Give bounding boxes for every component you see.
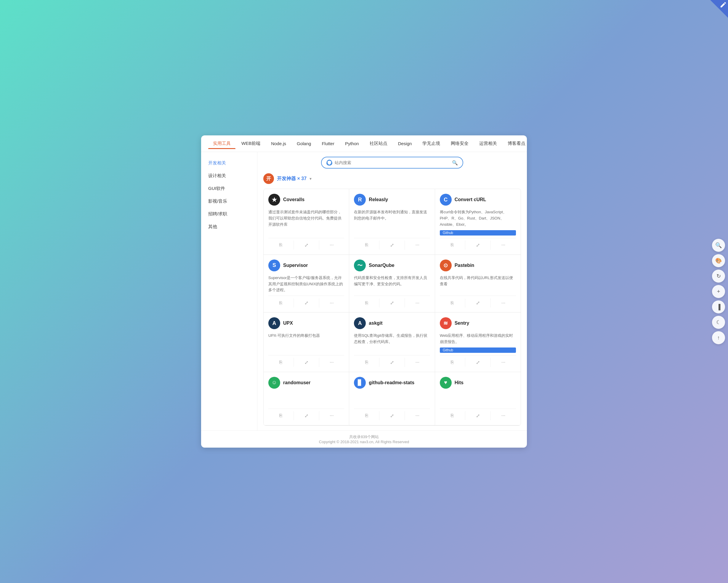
card-name-4[interactable]: SonarQube — [369, 263, 394, 268]
more-btn-5[interactable]: ··· — [491, 299, 516, 307]
scroll-top-btn[interactable]: ↑ — [712, 331, 725, 344]
more-btn-7[interactable]: ··· — [405, 358, 430, 367]
copy-btn-4[interactable]: ⎘ — [354, 299, 380, 307]
card-header-8: ≋Sentry — [440, 317, 516, 329]
copy-btn-1[interactable]: ⎘ — [354, 240, 380, 249]
sidebar-item-其他[interactable]: 其他 — [201, 221, 257, 233]
card-desc-5: 在线共享代码，将代码以URL形式发送以便查看 — [440, 275, 516, 287]
theme-btn[interactable]: 🎨 — [712, 254, 725, 267]
card-header-2: CConvert cURL — [440, 194, 516, 206]
nav-item-WEB前端[interactable]: WEB前端 — [237, 138, 265, 149]
card-desc-6: UPX-可执行文件的终极打包器 — [268, 333, 344, 343]
card-logo-9: ☺ — [268, 377, 280, 389]
copy-btn-6[interactable]: ⎘ — [268, 358, 294, 367]
copy-btn-5[interactable]: ⎘ — [440, 299, 465, 307]
refresh-btn[interactable]: ↻ — [712, 270, 725, 283]
copy-btn-10[interactable]: ⎘ — [354, 411, 380, 420]
card-logo-0: ★ — [268, 194, 280, 206]
card-logo-3: S — [268, 259, 280, 271]
card-name-5[interactable]: Pastebin — [454, 263, 474, 268]
more-btn-10[interactable]: ··· — [405, 411, 430, 420]
copy-btn-2[interactable]: ⎘ — [440, 240, 465, 249]
card-11: ♥Hits⎘⤢··· — [435, 372, 521, 425]
nav-item-运营相关[interactable]: 运营相关 — [474, 138, 502, 149]
share-btn-3[interactable]: ⤢ — [294, 298, 319, 307]
card-name-10[interactable]: github-readme-stats — [369, 380, 414, 385]
share-btn-6[interactable]: ⤢ — [294, 358, 319, 367]
share-btn-4[interactable]: ⤢ — [380, 298, 405, 307]
search-btn[interactable]: 🔍 — [712, 239, 725, 252]
card-logo-7: A — [354, 317, 366, 329]
card-header-7: Aaskgit — [354, 317, 430, 329]
more-btn-2[interactable]: ··· — [491, 240, 516, 249]
card-name-11[interactable]: Hits — [454, 380, 464, 385]
sidebar-item-开发相关[interactable]: 开发相关 — [201, 157, 257, 170]
more-btn-1[interactable]: ··· — [405, 240, 430, 249]
nav-item-社区站点[interactable]: 社区站点 — [365, 138, 392, 149]
card-logo-5: ⊙ — [440, 259, 452, 271]
stats-btn[interactable]: ▐ — [712, 300, 725, 313]
card-header-11: ♥Hits — [440, 377, 516, 389]
card-desc-1: 在新的开源版本发布时收到通知，直接发送到您的电子邮件中。 — [354, 209, 430, 222]
chevron-down-icon[interactable]: ▾ — [310, 176, 312, 181]
cards-grid: ★Coveralls通过显示测试套件未涵盖代码的哪些部分，我们可以帮助您自信地交… — [263, 189, 521, 425]
share-btn-11[interactable]: ⤢ — [465, 411, 491, 421]
search-wrapper[interactable]: 🔍 — [321, 157, 463, 169]
nav-item-学无止境[interactable]: 学无止境 — [418, 138, 445, 149]
nav-item-Node.js[interactable]: Node.js — [266, 138, 291, 148]
card-name-3[interactable]: Supervisor — [283, 263, 308, 268]
copy-btn-0[interactable]: ⎘ — [268, 240, 294, 249]
card-actions-8: ⎘⤢··· — [440, 355, 516, 367]
nav-item-Python[interactable]: Python — [340, 138, 364, 148]
more-btn-0[interactable]: ··· — [319, 240, 344, 249]
more-btn-9[interactable]: ··· — [319, 411, 344, 420]
share-btn-2[interactable]: ⤢ — [465, 240, 491, 250]
nav-item-实用工具[interactable]: 实用工具 — [208, 138, 235, 149]
more-btn-4[interactable]: ··· — [405, 299, 430, 307]
card-actions-3: ⎘⤢··· — [268, 296, 344, 307]
more-btn-6[interactable]: ··· — [319, 358, 344, 367]
copy-btn-7[interactable]: ⎘ — [354, 358, 380, 367]
share-btn-9[interactable]: ⤢ — [294, 411, 319, 421]
card-5: ⊙Pastebin在线共享代码，将代码以URL形式发送以便查看⎘⤢··· — [435, 255, 521, 312]
more-btn-8[interactable]: ··· — [491, 358, 516, 367]
copy-btn-9[interactable]: ⎘ — [268, 411, 294, 420]
card-name-2[interactable]: Convert cURL — [454, 197, 486, 202]
sidebar-item-招聘/求职[interactable]: 招聘/求职 — [201, 208, 257, 221]
footer: 共收录839个网站 Copyright © 2018-2021 nav3.cn,… — [201, 430, 527, 448]
sidebar-item-设计相关[interactable]: 设计相关 — [201, 170, 257, 182]
copy-btn-8[interactable]: ⎘ — [440, 358, 465, 367]
nav-item-Golang[interactable]: Golang — [292, 138, 316, 148]
moon-btn[interactable]: ☾ — [712, 316, 725, 329]
card-name-8[interactable]: Sentry — [454, 321, 469, 326]
nav-item-博客看点[interactable]: 博客看点 — [503, 138, 527, 149]
card-name-0[interactable]: Coveralls — [283, 197, 305, 202]
share-btn-10[interactable]: ⤢ — [380, 411, 405, 421]
sidebar-item-GUI软件[interactable]: GUI软件 — [201, 182, 257, 195]
group-avatar: 开 — [263, 173, 274, 184]
more-btn-11[interactable]: ··· — [491, 411, 516, 420]
add-btn[interactable]: + — [712, 285, 725, 298]
share-btn-5[interactable]: ⤢ — [465, 298, 491, 307]
search-bar: 🔍 — [263, 157, 521, 169]
more-btn-3[interactable]: ··· — [319, 299, 344, 307]
share-btn-8[interactable]: ⤢ — [465, 358, 491, 367]
copy-btn-3[interactable]: ⎘ — [268, 299, 294, 307]
card-name-9[interactable]: randomuser — [283, 380, 310, 385]
nav-item-Design[interactable]: Design — [393, 138, 417, 148]
share-btn-0[interactable]: ⤢ — [294, 240, 319, 250]
share-btn-7[interactable]: ⤢ — [380, 358, 405, 367]
copy-btn-11[interactable]: ⎘ — [440, 411, 465, 420]
nav-item-Flutter[interactable]: Flutter — [317, 138, 339, 148]
card-desc-7: 使用SQL查询git存储库。生成报告，执行状态检查，分析代码库。 — [354, 333, 430, 345]
search-input[interactable] — [335, 160, 452, 165]
search-submit-icon[interactable]: 🔍 — [452, 160, 458, 166]
card-actions-7: ⎘⤢··· — [354, 355, 430, 367]
card-name-7[interactable]: askgit — [369, 321, 382, 326]
card-name-6[interactable]: UPX — [283, 321, 293, 326]
nav-item-网络安全[interactable]: 网络安全 — [446, 138, 473, 149]
share-btn-1[interactable]: ⤢ — [380, 240, 405, 250]
sidebar-item-影视/音乐[interactable]: 影视/音乐 — [201, 195, 257, 208]
card-name-1[interactable]: Releasly — [369, 197, 388, 202]
card-logo-2: C — [440, 194, 452, 206]
